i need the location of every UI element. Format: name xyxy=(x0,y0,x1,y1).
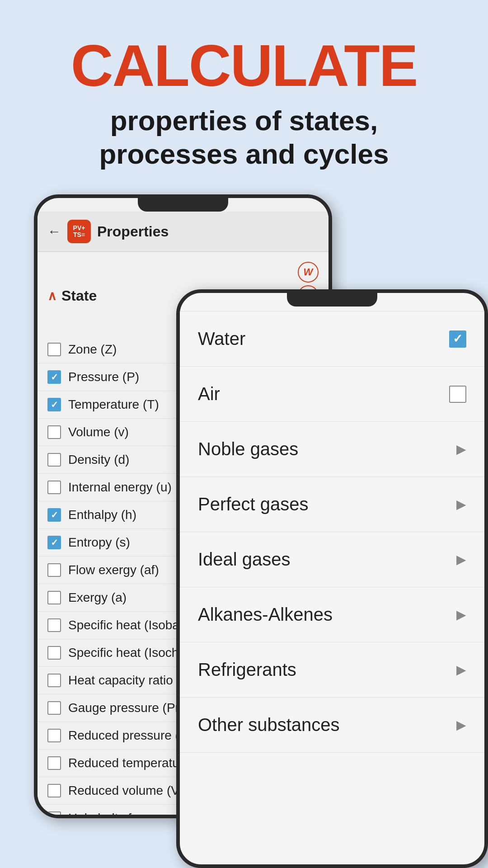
checkbox-water[interactable] xyxy=(449,330,466,348)
subtitle: properties of states, processes and cycl… xyxy=(27,104,461,171)
perfect-gases-right: ▶ xyxy=(456,497,466,512)
substance-other[interactable]: Other substances ▶ xyxy=(180,698,484,753)
header-section: CALCULATE properties of states, processe… xyxy=(0,0,488,189)
checkbox-entropy[interactable] xyxy=(47,536,61,549)
state-text: State xyxy=(61,288,97,304)
substance-perfect-gases[interactable]: Perfect gases ▶ xyxy=(180,477,484,532)
checkbox-temperature[interactable] xyxy=(47,398,61,411)
alkanes-right: ▶ xyxy=(456,607,466,622)
checkbox-volume[interactable] xyxy=(47,425,61,439)
label-temperature: Temperature (T) xyxy=(68,397,159,412)
chevron-right-perfect-icon: ▶ xyxy=(456,497,466,512)
checkbox-flow-exergy[interactable] xyxy=(47,563,61,577)
other-right: ▶ xyxy=(456,717,466,732)
subtitle-line1: properties of states, xyxy=(110,105,378,136)
screen-title: Properties xyxy=(97,223,169,240)
substance-list: Water Air Noble gases ▶ Perfect gases xyxy=(180,311,484,753)
substance-air[interactable]: Air xyxy=(180,367,484,422)
chevron-right-alkanes-icon: ▶ xyxy=(456,607,466,622)
checkbox-reduced-temperature[interactable] xyxy=(47,756,61,770)
label-enthalpy: Enthalpy (h) xyxy=(68,508,136,522)
chevron-right-refrigerants-icon: ▶ xyxy=(456,662,466,677)
substance-noble-gases-label: Noble gases xyxy=(198,439,298,459)
checkbox-helmholtz[interactable] xyxy=(47,811,61,818)
checkbox-density[interactable] xyxy=(47,453,61,467)
label-specific-heat-isocho: Specific heat (Isocho xyxy=(68,646,186,660)
checkbox-specific-heat-isocho[interactable] xyxy=(47,646,61,660)
substance-air-label: Air xyxy=(198,384,220,404)
label-flow-exergy: Flow exergy (af) xyxy=(68,563,159,577)
checkbox-reduced-volume[interactable] xyxy=(47,784,61,797)
phones-container: ← PV+TS≡ Properties ∧ State W ? W xyxy=(0,194,488,868)
label-reduced-volume: Reduced volume (Vr) xyxy=(68,783,188,798)
phone2-notch xyxy=(287,293,377,307)
checkbox-pressure[interactable] xyxy=(47,370,61,384)
substance-alkanes[interactable]: Alkanes-Alkenes ▶ xyxy=(180,587,484,642)
main-title: CALCULATE xyxy=(27,36,461,95)
wiki-button-1[interactable]: W xyxy=(298,262,319,283)
label-specific-heat-isobar: Specific heat (Isobar) xyxy=(68,618,188,632)
label-reduced-temperature: Reduced temperature xyxy=(68,756,191,770)
substance-alkanes-label: Alkanes-Alkenes xyxy=(198,604,333,625)
chevron-right-other-icon: ▶ xyxy=(456,717,466,732)
substance-noble-gases[interactable]: Noble gases ▶ xyxy=(180,422,484,477)
substance-refrigerants-label: Refrigerants xyxy=(198,660,296,680)
checkbox-internal-energy[interactable] xyxy=(47,481,61,494)
label-entropy: Entropy (s) xyxy=(68,535,130,550)
checkbox-heat-capacity-ratio[interactable] xyxy=(47,674,61,687)
noble-gases-right: ▶ xyxy=(456,442,466,457)
checkbox-specific-heat-isobar[interactable] xyxy=(47,618,61,632)
chevron-right-noble-icon: ▶ xyxy=(456,442,466,457)
checkbox-exergy[interactable] xyxy=(47,591,61,604)
chevron-right-ideal-icon: ▶ xyxy=(456,552,466,567)
label-zone: Zone (Z) xyxy=(68,342,117,357)
phone1-notch xyxy=(138,198,228,212)
label-volume: Volume (v) xyxy=(68,425,129,439)
subtitle-line2: processes and cycles xyxy=(99,138,389,170)
air-right xyxy=(449,386,466,403)
phone1-header: ← PV+TS≡ Properties xyxy=(38,212,328,252)
label-pressure: Pressure (P) xyxy=(68,370,139,384)
label-density: Density (d) xyxy=(68,453,129,467)
refrigerants-right: ▶ xyxy=(456,662,466,677)
checkbox-air[interactable] xyxy=(449,386,466,403)
checkbox-enthalpy[interactable] xyxy=(47,508,61,522)
substance-water[interactable]: Water xyxy=(180,311,484,367)
checkbox-reduced-pressure[interactable] xyxy=(47,729,61,742)
substance-ideal-gases-label: Ideal gases xyxy=(198,549,291,570)
water-right xyxy=(449,330,466,348)
chevron-up-icon: ∧ xyxy=(47,288,57,303)
label-internal-energy: Internal energy (u) xyxy=(68,480,172,495)
substance-refrigerants[interactable]: Refrigerants ▶ xyxy=(180,642,484,698)
label-helmholtz: Helmholtz free energ xyxy=(68,811,186,818)
substance-ideal-gases[interactable]: Ideal gases ▶ xyxy=(180,532,484,587)
label-reduced-pressure: Reduced pressure (Pr xyxy=(68,728,192,743)
ideal-gases-right: ▶ xyxy=(456,552,466,567)
label-heat-capacity-ratio: Heat capacity ratio (γ xyxy=(68,673,187,688)
app-icon: PV+TS≡ xyxy=(67,220,91,243)
substance-water-label: Water xyxy=(198,329,245,349)
state-label: ∧ State xyxy=(47,288,97,304)
label-exergy: Exergy (a) xyxy=(68,590,127,605)
substance-other-label: Other substances xyxy=(198,715,340,735)
checkbox-zone[interactable] xyxy=(47,343,61,356)
back-button[interactable]: ← xyxy=(47,224,61,239)
phone-substances: Water Air Noble gases ▶ Perfect gases xyxy=(176,289,488,868)
checkbox-gauge-pressure[interactable] xyxy=(47,701,61,715)
label-gauge-pressure: Gauge pressure (Pm) xyxy=(68,701,190,715)
substance-perfect-gases-label: Perfect gases xyxy=(198,494,309,514)
